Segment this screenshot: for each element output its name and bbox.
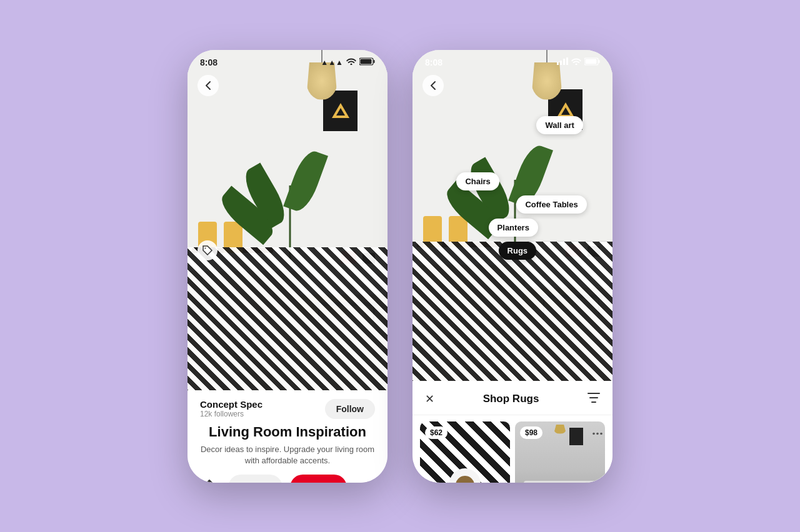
battery-icon-2: [584, 57, 600, 67]
author-followers: 12k followers: [200, 410, 262, 418]
svg-rect-7: [557, 62, 559, 65]
svg-rect-1: [374, 60, 375, 63]
battery-icon-1: [359, 57, 375, 67]
author-row: Concept Spec 12k followers Follow: [200, 399, 375, 419]
share-button[interactable]: [198, 474, 221, 483]
main-rug-2: [412, 242, 612, 381]
filter-button[interactable]: [586, 391, 601, 407]
shop-sheet: ✕ Shop Rugs $62: [412, 381, 612, 483]
back-button-1[interactable]: [198, 75, 219, 96]
product-more-button-2[interactable]: [592, 426, 602, 438]
svg-rect-12: [599, 60, 600, 63]
pin-detail: Concept Spec 12k followers Follow Living…: [188, 390, 388, 483]
status-icons-1: ▲▲▲: [321, 57, 375, 67]
svg-point-3: [205, 248, 206, 249]
close-sheet-button[interactable]: ✕: [424, 391, 436, 407]
product-card-1[interactable]: $62: [420, 421, 510, 483]
pin-image-1: [188, 50, 388, 390]
tag-wall-art[interactable]: Wall art: [536, 116, 582, 134]
status-icons-2: [557, 57, 600, 67]
pin-description: Decor ideas to inspire. Upgrade your liv…: [200, 444, 375, 466]
status-time-1: 8:08: [200, 57, 218, 67]
product-price-2: $98: [520, 426, 542, 439]
svg-rect-10: [566, 57, 568, 65]
wifi-icon-1: [346, 57, 356, 67]
svg-rect-8: [560, 61, 562, 65]
shop-header: ✕ Shop Rugs: [412, 381, 612, 415]
svg-point-15: [596, 432, 599, 435]
wifi-icon-2: [571, 57, 581, 67]
save-button[interactable]: Save: [290, 475, 347, 483]
svg-rect-13: [586, 59, 597, 64]
status-time-2: 8:08: [425, 57, 442, 67]
phone-1: 8:08 ▲▲▲: [188, 50, 388, 483]
product-card-2[interactable]: $98 Geometric area rugs Promoted by Home…: [515, 421, 605, 483]
follow-button[interactable]: Follow: [325, 399, 375, 419]
svg-rect-9: [563, 59, 565, 65]
product-price-1: $62: [425, 426, 448, 439]
tag-rugs[interactable]: Rugs: [499, 242, 537, 260]
pin-image-2: Wall art Chairs Coffee Tables Planters R…: [412, 50, 612, 381]
tag-planters[interactable]: Planters: [489, 219, 538, 237]
author-name: Concept Spec: [200, 399, 262, 410]
tag-coffee-tables[interactable]: Coffee Tables: [516, 195, 586, 214]
signal-icon-2: [557, 57, 568, 67]
svg-point-14: [592, 432, 595, 435]
main-rug: [188, 247, 388, 390]
action-row: Visit Save: [200, 474, 375, 483]
signal-icon-1: ▲▲▲: [321, 58, 343, 67]
author-info: Concept Spec 12k followers: [200, 399, 262, 418]
more-options-button[interactable]: [354, 475, 377, 483]
pin-title: Living Room Inspiration: [200, 424, 375, 440]
tag-chairs[interactable]: Chairs: [456, 172, 499, 190]
svg-point-16: [600, 432, 602, 435]
plant-decor: [271, 148, 309, 260]
svg-rect-2: [361, 59, 372, 64]
back-button-2[interactable]: [422, 75, 444, 96]
shop-products: $62 $98: [412, 415, 612, 483]
shop-title: Shop Rugs: [436, 393, 586, 405]
visit-button[interactable]: Visit: [228, 475, 282, 483]
phone-2: 8:08: [412, 50, 612, 483]
